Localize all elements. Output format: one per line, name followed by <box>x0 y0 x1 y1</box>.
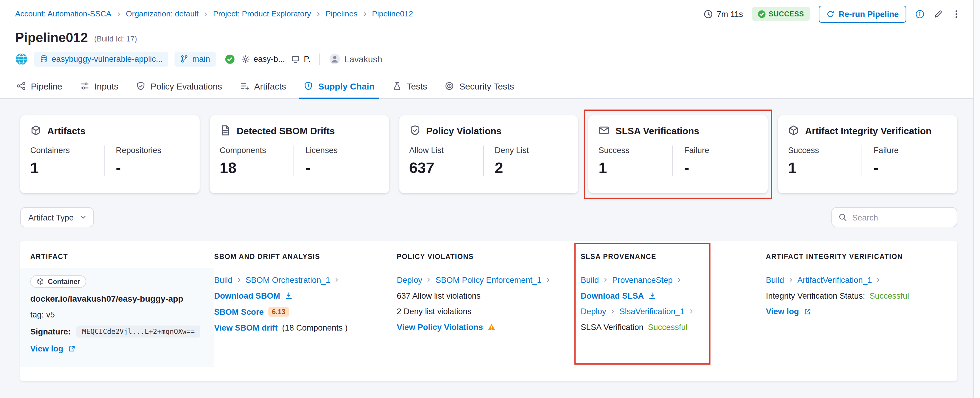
vertical-scrollbar[interactable] <box>973 0 980 398</box>
info-button[interactable] <box>915 9 924 19</box>
artifact-type-label: Artifact Type <box>28 213 74 222</box>
download-slsa-link[interactable]: Download SLSA <box>581 291 644 300</box>
artifact-integrity-card: Artifact Integrity Verification Success1… <box>778 115 957 193</box>
integrity-stage-link[interactable]: Build <box>766 275 784 285</box>
chevron-right-icon <box>236 277 242 283</box>
breadcrumb-project-link[interactable]: Project: Product Exploratory <box>213 10 311 19</box>
slsa-provenance-step-link[interactable]: ProvenanceStep <box>612 275 673 285</box>
drift-components-note: (18 Components ) <box>282 323 348 332</box>
download-icon <box>648 291 656 299</box>
policy-step-link[interactable]: SBOM Policy Enforcement_1 <box>436 275 542 285</box>
integrity-status-label: Integrity Verification Status: <box>766 291 865 300</box>
slsa-verification-step-link[interactable]: SlsaVerification_1 <box>619 307 684 316</box>
divider <box>319 53 320 64</box>
slsa-deploy-stage-link[interactable]: Deploy <box>581 307 606 316</box>
sbom-step-link[interactable]: SBOM Orchestration_1 <box>246 275 330 285</box>
artifact-tag: tag: v5 <box>30 310 54 320</box>
tab-label: Supply Chain <box>318 81 374 91</box>
service-item[interactable]: easy-b... <box>241 54 285 64</box>
branch-chip[interactable]: main <box>175 51 216 67</box>
card-title: Artifact Integrity Verification <box>805 125 931 136</box>
tab-artifacts[interactable]: Artifacts <box>231 74 295 98</box>
file-icon <box>220 125 231 136</box>
repository-chip[interactable]: easybuggy-vulnerable-applic... <box>34 51 169 67</box>
breadcrumb-org-link[interactable]: Organization: default <box>126 10 199 19</box>
sliders-icon <box>80 81 89 91</box>
status-text: SUCCESS <box>769 10 804 18</box>
metric-value: - <box>684 160 758 176</box>
slsa-cell: Build ProvenanceStep Download SLSA Deplo… <box>581 268 766 367</box>
info-icon <box>915 9 924 19</box>
search-box[interactable] <box>831 207 957 227</box>
policy-stage-link[interactable]: Deploy <box>397 275 422 285</box>
chevron-right-icon <box>426 277 431 283</box>
chevron-right-icon <box>315 11 321 17</box>
view-sbom-drift-link[interactable]: View SBOM drift <box>214 323 277 332</box>
metric-label: Components <box>220 145 293 155</box>
chevron-right-icon <box>610 308 616 314</box>
artifact-type-dropdown[interactable]: Artifact Type <box>20 207 94 227</box>
codebase-icon <box>15 53 28 65</box>
download-icon <box>285 291 293 299</box>
shield-check-icon <box>136 81 145 91</box>
column-header-policy: POLICY VIOLATIONS <box>397 250 581 268</box>
more-options-button[interactable] <box>952 9 961 19</box>
metric-label: Containers <box>30 145 104 155</box>
metric-value: 637 <box>409 160 483 176</box>
rerun-pipeline-button[interactable]: Re-run Pipeline <box>818 5 906 22</box>
artifact-type-badge: Container <box>30 275 86 288</box>
tab-supply-chain[interactable]: Supply Chain <box>295 74 383 98</box>
target-icon <box>445 81 455 91</box>
view-log-link[interactable]: View log <box>766 307 799 316</box>
tab-pipeline[interactable]: Pipeline <box>8 74 71 98</box>
list-plus-icon <box>240 81 249 91</box>
slsa-verifications-card: SLSA Verifications Success1 Failure- <box>589 115 768 193</box>
environment-name: P. <box>304 54 310 64</box>
slsa-build-stage-link[interactable]: Build <box>581 275 599 285</box>
download-sbom-link[interactable]: Download SBOM <box>214 291 280 300</box>
sbom-score-link[interactable]: SBOM Score <box>214 307 264 316</box>
integrity-step-link[interactable]: ArtifactVerification_1 <box>797 275 872 285</box>
shield-check-icon <box>409 125 420 136</box>
breadcrumb-pipeline-link[interactable]: Pipeline012 <box>372 10 413 19</box>
tab-policy-evaluations[interactable]: Policy Evaluations <box>127 74 231 98</box>
deny-list-violations: 2 Deny list violations <box>397 307 471 316</box>
metric-value: - <box>873 160 947 176</box>
chevron-right-icon <box>546 277 551 283</box>
card-title: Policy Violations <box>426 125 502 136</box>
sbom-stage-link[interactable]: Build <box>214 275 232 285</box>
slsa-verification-status: Successful <box>648 323 687 332</box>
tab-label: Policy Evaluations <box>151 81 222 91</box>
view-policy-violations-link[interactable]: View Policy Violations <box>397 323 483 332</box>
integrity-status: Successful <box>869 291 909 300</box>
tab-security-tests[interactable]: Security Tests <box>436 74 523 98</box>
card-title: Detected SBOM Drifts <box>237 125 335 136</box>
chevron-right-icon <box>788 277 794 283</box>
card-title: SLSA Verifications <box>616 125 699 136</box>
page-title: Pipeline012 <box>15 30 88 45</box>
tab-tests[interactable]: Tests <box>383 74 436 98</box>
external-link-icon <box>803 308 811 315</box>
column-header-artifact: ARTIFACT <box>30 250 214 268</box>
breadcrumb-account-link[interactable]: Account: Automation-SSCA <box>15 10 111 19</box>
view-log-link[interactable]: View log <box>30 344 63 353</box>
tab-inputs[interactable]: Inputs <box>71 74 127 98</box>
cube-icon <box>30 125 41 136</box>
flask-icon <box>392 81 402 91</box>
column-header-integrity: ARTIFACT INTEGRITY VERIFICATION <box>766 250 948 268</box>
edit-pipeline-button[interactable] <box>934 9 943 19</box>
artifact-cell: Container docker.io/lavakush07/easy-bugg… <box>20 268 214 367</box>
breadcrumb-pipelines-link[interactable]: Pipelines <box>326 10 357 19</box>
sbom-drifts-card: Detected SBOM Drifts Components18 Licens… <box>210 115 389 193</box>
branch-name: main <box>192 54 210 64</box>
environment-item[interactable]: P. <box>291 54 310 64</box>
container-icon <box>37 278 44 285</box>
card-title: Artifacts <box>47 125 86 136</box>
policy-violations-card: Policy Violations Allow List637 Deny Lis… <box>399 115 579 193</box>
user-name: Lavakush <box>345 54 382 64</box>
breadcrumb: Account: Automation-SSCA Organization: d… <box>15 10 413 19</box>
integrity-cell: Build ArtifactVerification_1 Integrity V… <box>766 268 948 367</box>
duration-text: 7m 11s <box>717 9 743 19</box>
chevron-right-icon <box>876 277 881 283</box>
search-input[interactable] <box>852 213 950 222</box>
